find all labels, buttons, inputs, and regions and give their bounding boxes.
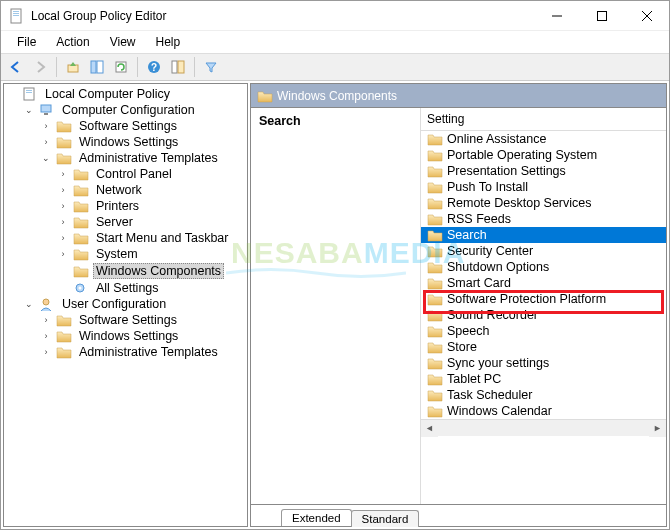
title-bar: Local Group Policy Editor <box>1 1 669 31</box>
view-tabs: Extended Standard <box>250 505 667 527</box>
tree-computer-config[interactable]: ⌄ Computer Configuration <box>23 102 245 118</box>
tree-item[interactable]: ›Windows Settings <box>40 328 245 344</box>
folder-icon <box>56 119 72 133</box>
folder-icon <box>73 199 89 213</box>
tab-extended[interactable]: Extended <box>281 509 352 526</box>
folder-icon <box>73 167 89 181</box>
details-header: Windows Components <box>250 83 667 107</box>
menu-bar: File Action View Help <box>1 31 669 53</box>
tree-pane[interactable]: Local Computer Policy ⌄ Computer Configu… <box>3 83 248 527</box>
menu-action[interactable]: Action <box>46 33 99 51</box>
expand-icon[interactable]: › <box>40 120 52 132</box>
tree-item[interactable]: ›System <box>57 246 245 262</box>
properties-button[interactable] <box>167 56 189 78</box>
folder-icon <box>73 264 89 278</box>
close-button[interactable] <box>624 1 669 31</box>
list-item[interactable]: Portable Operating System <box>421 147 666 163</box>
tree-item[interactable]: ›Start Menu and Taskbar <box>57 230 245 246</box>
list-item[interactable]: Windows Calendar <box>421 403 666 419</box>
selected-heading: Search <box>259 114 412 128</box>
folder-icon <box>56 151 72 165</box>
maximize-button[interactable] <box>579 1 624 31</box>
collapse-icon[interactable]: ⌄ <box>40 152 52 164</box>
up-button[interactable] <box>62 56 84 78</box>
tree-item[interactable]: Windows Components <box>57 262 245 280</box>
list-item[interactable]: Sound Recorder <box>421 307 666 323</box>
svg-rect-18 <box>26 92 32 93</box>
list-item[interactable]: Presentation Settings <box>421 163 666 179</box>
list-item[interactable]: Push To Install <box>421 179 666 195</box>
expand-icon[interactable]: › <box>57 200 69 212</box>
show-tree-button[interactable] <box>86 56 108 78</box>
list-item[interactable]: Store <box>421 339 666 355</box>
svg-rect-19 <box>41 105 51 112</box>
tree-item[interactable]: All Settings <box>57 280 245 296</box>
list-item[interactable]: Remote Desktop Services <box>421 195 666 211</box>
help-button[interactable]: ? <box>143 56 165 78</box>
folder-icon <box>427 244 443 258</box>
list-item[interactable]: Online Assistance <box>421 131 666 147</box>
list-item[interactable]: Tablet PC <box>421 371 666 387</box>
details-description: Search <box>251 108 421 504</box>
expand-icon[interactable]: › <box>57 232 69 244</box>
column-header-setting[interactable]: Setting <box>421 108 666 131</box>
list-item[interactable]: Sync your settings <box>421 355 666 371</box>
settings-list[interactable]: Setting Online AssistancePortable Operat… <box>421 108 666 504</box>
collapse-icon[interactable]: ⌄ <box>23 104 35 116</box>
svg-rect-9 <box>91 61 96 73</box>
folder-icon <box>56 345 72 359</box>
list-item[interactable]: Shutdown Options <box>421 259 666 275</box>
svg-text:?: ? <box>151 62 157 73</box>
list-item[interactable]: RSS Feeds <box>421 211 666 227</box>
collapse-icon[interactable]: ⌄ <box>23 298 35 310</box>
horizontal-scrollbar[interactable]: ◄ ► <box>421 419 666 436</box>
folder-icon <box>427 404 443 418</box>
svg-rect-16 <box>24 88 34 100</box>
expand-icon[interactable]: › <box>40 314 52 326</box>
list-item[interactable]: Task Scheduler <box>421 387 666 403</box>
expand-icon[interactable]: › <box>57 248 69 260</box>
folder-icon <box>427 132 443 146</box>
menu-file[interactable]: File <box>7 33 46 51</box>
details-pane: Windows Components Search Setting Online… <box>250 83 667 527</box>
list-item[interactable]: Software Protection Platform <box>421 291 666 307</box>
folder-icon <box>427 308 443 322</box>
scroll-right-icon[interactable]: ► <box>649 420 666 437</box>
tree-item[interactable]: ›Administrative Templates <box>40 344 245 360</box>
list-item[interactable]: Security Center <box>421 243 666 259</box>
folder-icon <box>427 212 443 226</box>
tree-item[interactable]: ›Control Panel <box>57 166 245 182</box>
expand-icon[interactable]: › <box>40 136 52 148</box>
tree-item[interactable]: ›Printers <box>57 198 245 214</box>
expand-icon[interactable]: › <box>40 330 52 342</box>
tree-item[interactable]: ›Software Settings <box>40 312 245 328</box>
menu-view[interactable]: View <box>100 33 146 51</box>
back-button[interactable] <box>5 56 27 78</box>
tree-item[interactable]: ›Network <box>57 182 245 198</box>
tree-item[interactable]: ›Windows Settings <box>40 134 245 150</box>
tree-admin-templates[interactable]: ⌄Administrative Templates <box>40 150 245 166</box>
folder-icon <box>56 313 72 327</box>
list-item[interactable]: Speech <box>421 323 666 339</box>
forward-button[interactable] <box>29 56 51 78</box>
tree-item[interactable]: ›Software Settings <box>40 118 245 134</box>
expand-icon[interactable]: › <box>57 168 69 180</box>
folder-icon <box>427 148 443 162</box>
expand-icon[interactable]: › <box>40 346 52 358</box>
refresh-button[interactable] <box>110 56 132 78</box>
folder-icon <box>427 180 443 194</box>
list-item[interactable]: Smart Card <box>421 275 666 291</box>
tree-user-config[interactable]: ⌄ User Configuration <box>23 296 245 312</box>
folder-icon <box>73 215 89 229</box>
list-item[interactable]: Search <box>421 227 666 243</box>
expand-icon[interactable]: › <box>57 216 69 228</box>
policy-icon <box>22 87 38 101</box>
tree-item[interactable]: ›Server <box>57 214 245 230</box>
menu-help[interactable]: Help <box>146 33 191 51</box>
filter-button[interactable] <box>200 56 222 78</box>
minimize-button[interactable] <box>534 1 579 31</box>
tab-standard[interactable]: Standard <box>351 510 420 527</box>
expand-icon[interactable]: › <box>57 184 69 196</box>
scroll-left-icon[interactable]: ◄ <box>421 420 438 437</box>
tree-root[interactable]: Local Computer Policy <box>6 86 245 102</box>
